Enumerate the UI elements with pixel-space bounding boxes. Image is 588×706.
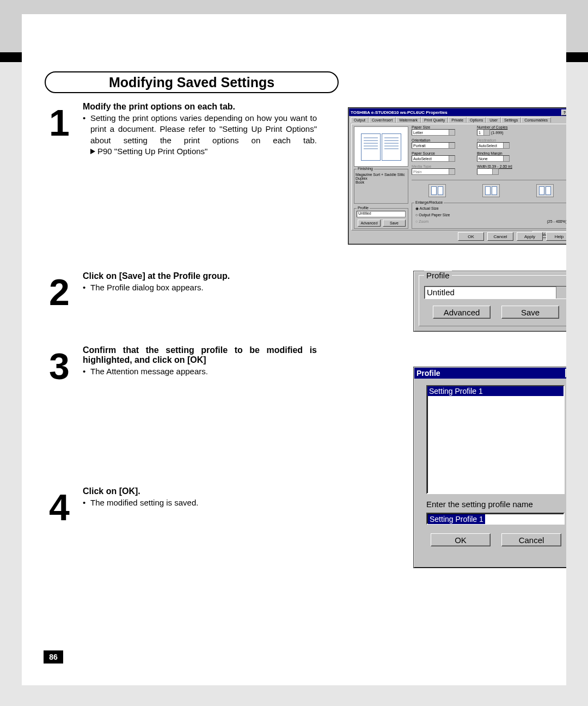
radio-zoom[interactable]: Zoom <box>419 220 428 223</box>
step-2-bullet: • The Profile dialog box appears. <box>83 282 317 293</box>
input-width[interactable] <box>477 168 499 175</box>
radio-output-paper[interactable]: Output Paper Size <box>419 213 450 217</box>
book-page-right <box>382 133 401 161</box>
label-copies: Number of Copies <box>477 125 515 129</box>
properties-footer-buttons: OK Cancel Apply Help <box>458 232 566 241</box>
profile-dropdown[interactable]: Untitled <box>424 286 566 299</box>
section-header: Modifying Saved Settings <box>45 71 339 93</box>
finishing-item-1[interactable]: Magazine Sort + Saddle Stitc <box>356 173 407 176</box>
tab-cover[interactable]: Cover/Insert <box>369 117 396 123</box>
tab-printquality[interactable]: Print Quality <box>421 117 448 123</box>
mini-profile-dropdown[interactable]: Untitled <box>357 211 406 217</box>
label-paper-source: Paper Source <box>412 151 444 155</box>
step-4-number: 4 <box>49 486 83 526</box>
mini-profile-group: Profile Untitled Advanced Save <box>354 208 408 229</box>
preview-panel <box>354 126 408 167</box>
triangle-icon <box>90 149 95 154</box>
layout-icon-2[interactable] <box>482 184 500 197</box>
layout-icon-3[interactable] <box>536 184 554 197</box>
step-4-text: The modified setting is saved. <box>90 497 198 508</box>
radio-actual-size[interactable]: Actual Size <box>420 206 439 210</box>
tab-user[interactable]: User <box>486 117 501 123</box>
help-button[interactable]: Help <box>546 232 566 241</box>
finishing-item-3[interactable]: Book <box>356 180 407 184</box>
dropdown-orientation[interactable]: Portrait <box>412 142 455 149</box>
profile-dialog: Profile × Setting Profile 1 Enter the se… <box>414 367 566 568</box>
ok-button[interactable]: OK <box>458 232 484 241</box>
step-1-text: Setting the print options varies dependi… <box>90 113 317 157</box>
layout-icon-1[interactable] <box>428 184 446 197</box>
profile-name-value: Setting Profile 1 <box>428 514 485 524</box>
step-2-text: The Profile dialog box appears. <box>90 282 204 293</box>
tab-private[interactable]: Private <box>448 117 467 123</box>
step-3-title: Confirm that the setting profile to be m… <box>83 345 317 365</box>
step-1-body: Modify the print options on each tab. • … <box>83 102 317 157</box>
dropdown-destination[interactable]: AutoSelect <box>477 142 510 149</box>
label-paper-size: Paper Size <box>412 125 444 129</box>
mini-profile-legend: Profile <box>357 206 370 210</box>
step-4-title: Click on [OK]. <box>83 486 317 496</box>
cancel-button[interactable]: Cancel <box>501 533 561 546</box>
tab-options[interactable]: Options <box>467 117 486 123</box>
step-3-body: Confirm that the setting profile to be m… <box>83 345 317 377</box>
cancel-button[interactable]: Cancel <box>487 232 513 241</box>
profile-list-item-selected[interactable]: Setting Profile 1 <box>427 386 564 396</box>
profile-dialog-titlebar[interactable]: Profile × <box>414 368 566 379</box>
enlarge-reduce-group: Enlarge/Reduce ◉ Actual Size ○ Output Pa… <box>412 203 566 229</box>
properties-dialog: TOSHIBA e-STUDIO810 ws-PCL6UC Properties… <box>348 108 566 244</box>
enlarge-legend: Enlarge/Reduce <box>414 200 444 204</box>
step-1-number: 1 <box>49 102 83 141</box>
step-1-title: Modify the print options on each tab. <box>83 102 317 112</box>
section-title: Modifying Saved Settings <box>109 75 274 90</box>
profile-listbox[interactable]: Setting Profile 1 <box>426 385 565 494</box>
book-page-left <box>361 133 381 161</box>
help-icon[interactable]: ? <box>561 109 566 115</box>
dropdown-paper-source[interactable]: AutoSelect <box>412 155 455 162</box>
label-width: Width [0.39 - 2.00 in] <box>477 165 520 168</box>
step-1-bullet: • Setting the print options varies depen… <box>83 113 317 157</box>
advanced-button[interactable]: Advanced <box>433 306 491 319</box>
page-canvas: Modifying Saved Settings 1 Modify the pr… <box>22 14 566 685</box>
profile-prompt: Enter the setting profile name <box>426 500 533 509</box>
step-4-body: Click on [OK]. • The modified setting is… <box>83 486 317 508</box>
properties-titlebar[interactable]: TOSHIBA e-STUDIO810 ws-PCL6UC Properties… <box>349 108 566 116</box>
step-1-ref: P90 "Setting Up Print Options" <box>90 146 207 157</box>
save-button[interactable]: Save <box>501 306 559 319</box>
label-orientation: Orientation <box>412 138 444 142</box>
mini-advanced-button[interactable]: Advanced <box>358 220 381 227</box>
close-icon[interactable]: × <box>565 369 566 378</box>
ok-button[interactable]: OK <box>431 533 491 546</box>
step-2-title: Click on [Save] at the Profile group. <box>83 271 317 281</box>
page-number: 86 <box>44 650 63 664</box>
properties-body: Paper Size Letter Orientation Portrait P… <box>351 124 566 230</box>
finishing-item-2[interactable]: Duplex <box>356 176 407 180</box>
profile-legend: Profile <box>424 271 452 280</box>
profile-name-input[interactable]: Setting Profile 1 <box>426 513 565 525</box>
bullet-dot: • <box>83 282 90 293</box>
zoom-range: (25 - 400%) <box>547 220 566 223</box>
bullet-dot: • <box>83 497 90 508</box>
profile-groupbox: Profile Untitled Advanced Save <box>414 271 566 331</box>
dropdown-binding[interactable]: None <box>477 155 510 162</box>
profile-dialog-title: Profile <box>416 369 440 378</box>
mini-save-button[interactable]: Save <box>383 220 406 227</box>
finishing-legend: Finishing <box>357 167 374 171</box>
apply-button[interactable]: Apply <box>517 232 543 241</box>
tab-consumables[interactable]: Consumables <box>521 117 551 123</box>
tab-watermark[interactable]: Watermark <box>396 117 421 123</box>
step-2-body: Click on [Save] at the Profile group. • … <box>83 271 317 293</box>
label-media-type: Media Type <box>412 165 444 168</box>
chevron-down-icon <box>559 290 564 294</box>
tab-settings[interactable]: Settings <box>501 117 521 123</box>
finishing-group: Finishing Magazine Sort + Saddle Stitc D… <box>354 169 408 204</box>
dropdown-media-type[interactable]: Plain <box>412 168 455 175</box>
step-3-bullet: • The Attention message appears. <box>83 366 317 377</box>
step-3-number: 3 <box>49 345 83 385</box>
layout-icons <box>412 180 566 198</box>
properties-title: TOSHIBA e-STUDIO810 ws-PCL6UC Properties <box>351 110 448 115</box>
properties-tabs: Output Cover/Insert Watermark Print Qual… <box>349 116 566 123</box>
dropdown-paper-size[interactable]: Letter <box>412 129 455 136</box>
label-binding: Binding Margin <box>477 151 515 155</box>
tab-output[interactable]: Output <box>351 117 369 123</box>
input-copies[interactable]: 1 <box>477 129 490 136</box>
